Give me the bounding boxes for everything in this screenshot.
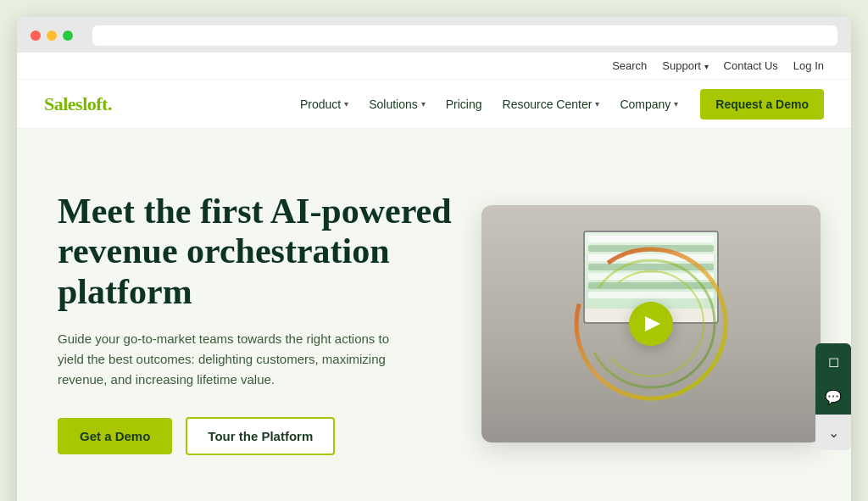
chat-icon: 💬 [825,389,842,405]
resource-chevron-icon: ▾ [595,99,599,109]
nav-product-label: Product [300,97,341,111]
video-container[interactable] [481,205,821,443]
support-label: Support [662,59,701,72]
play-icon [645,316,660,331]
search-link[interactable]: Search [612,59,647,72]
traffic-light-green[interactable] [63,31,73,41]
logo[interactable]: Salesloft. [44,93,112,115]
sidebar-actions: ◻ 💬 ⌄ [815,343,851,450]
company-chevron-icon: ▾ [674,99,678,109]
nav-resource-label: Resource Center [503,97,593,111]
main-nav: Salesloft. Product ▾ Solutions ▾ Pricing… [17,80,851,129]
traffic-light-yellow[interactable] [47,31,57,41]
traffic-light-red[interactable] [31,31,41,41]
logo-dot: . [108,93,112,114]
browser-window: Search Support ▾ Contact Us Log In Sales… [17,17,851,501]
scroll-down-button[interactable]: ⌄ [815,415,851,450]
nav-item-resource-center[interactable]: Resource Center ▾ [494,92,609,116]
browser-chrome [17,17,851,53]
address-bar[interactable] [92,25,837,46]
request-demo-button[interactable]: Request a Demo [700,89,824,120]
nav-links: Product ▾ Solutions ▾ Pricing Resource C… [292,89,824,120]
solutions-chevron-icon: ▾ [421,99,426,109]
get-demo-button[interactable]: Get a Demo [58,418,172,454]
nav-item-company[interactable]: Company ▾ [611,92,687,116]
nav-pricing-label: Pricing [446,97,482,111]
nav-solutions-label: Solutions [369,97,418,111]
hero-title: Meet the first AI-powered revenue orches… [58,192,465,311]
login-link[interactable]: Log In [793,59,824,72]
hero-section: Meet the first AI-powered revenue orches… [17,129,851,501]
contact-link[interactable]: Contact Us [724,59,778,72]
nav-company-label: Company [620,97,670,111]
play-button[interactable] [629,302,673,346]
chat-button[interactable]: 💬 [815,379,851,415]
chevron-down-icon: ⌄ [828,425,839,441]
copy-button[interactable]: ◻ [815,343,851,379]
nav-item-product[interactable]: Product ▾ [292,92,357,116]
support-dropdown-icon: ▾ [704,62,709,71]
copy-icon: ◻ [828,353,839,370]
product-chevron-icon: ▾ [344,99,348,109]
browser-controls [31,25,837,46]
nav-item-solutions[interactable]: Solutions ▾ [360,92,434,116]
logo-text: Salesloft [44,93,108,114]
nav-item-pricing[interactable]: Pricing [437,92,491,116]
tour-platform-button[interactable]: Tour the Platform [186,417,335,455]
hero-content: Meet the first AI-powered revenue orches… [58,192,465,454]
hero-media [481,205,821,443]
support-link[interactable]: Support ▾ [662,59,708,72]
utility-bar: Search Support ▾ Contact Us Log In [17,53,851,80]
hero-buttons: Get a Demo Tour the Platform [58,417,465,455]
hero-subtitle: Guide your go-to-market teams towards th… [58,329,397,390]
